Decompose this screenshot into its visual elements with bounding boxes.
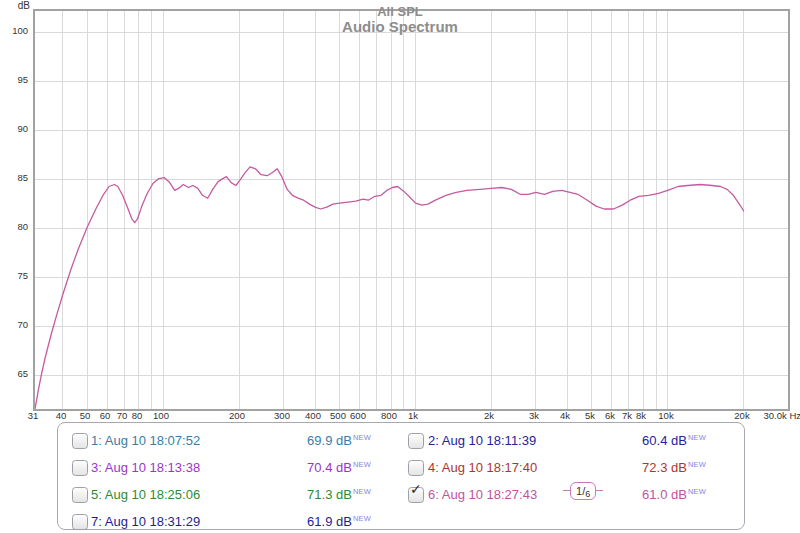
measurement-label: 7: Aug 10 18:31:29 [91, 514, 200, 529]
y-axis-tick-label: 95 [0, 74, 28, 85]
x-axis-tick-label: 60 [100, 410, 111, 421]
new-badge: NEW [688, 487, 706, 496]
measurement-label: 4: Aug 10 18:17:40 [428, 460, 537, 475]
y-axis-tick-label: 90 [0, 123, 28, 134]
spl-curve [35, 167, 744, 409]
x-axis-tick-label: 3k [529, 410, 539, 421]
x-axis-tick-label: 200 [229, 410, 245, 421]
measurement-checkbox[interactable] [72, 514, 88, 530]
measurement-checkbox[interactable] [408, 433, 424, 449]
y-axis-tick-label: 100 [0, 25, 28, 36]
x-axis-tick-label: 70 [117, 410, 128, 421]
spl-chart: dB 10095908580757065 All SPL Audio Spect… [0, 0, 800, 420]
x-axis-tick-label: 400 [305, 410, 321, 421]
x-axis-tick-label: 6k [605, 410, 615, 421]
measurement-label: 6: Aug 10 18:27:43 [428, 487, 537, 502]
x-axis-tick-label: 300 [274, 410, 290, 421]
y-axis-tick-label: 75 [0, 270, 28, 281]
measurement-checkbox[interactable] [408, 460, 424, 476]
measurement-checkbox[interactable]: ✓ [408, 487, 424, 503]
x-axis-tick-label: 20k [734, 410, 749, 421]
new-badge: NEW [353, 514, 371, 523]
x-axis-tick-label: 5k [585, 410, 595, 421]
x-axis-tick-label: 800 [381, 410, 397, 421]
legend-row[interactable]: 7: Aug 10 18:31:2961.9 dBNEW [58, 509, 744, 533]
x-axis-tick-label: 10k [658, 410, 673, 421]
legend-row[interactable]: 4: Aug 10 18:17:4072.3 dBNEW [58, 455, 744, 481]
x-axis-tick-label: 50 [80, 410, 91, 421]
x-axis-tick-label: 80 [132, 410, 143, 421]
measurement-value: 60.4 dBNEW [642, 433, 706, 448]
x-axis-tick-label: 40 [56, 410, 67, 421]
measurement-legend: 1: Aug 10 18:07:5269.9 dBNEW3: Aug 10 18… [57, 422, 745, 530]
y-axis-tick-label: 70 [0, 319, 28, 330]
smoothing-badge[interactable]: 1/6 [563, 481, 603, 500]
x-axis-tick-label: 2k [484, 410, 494, 421]
measurement-value: 61.9 dBNEW [307, 514, 371, 529]
checkmark-icon: ✓ [410, 482, 422, 496]
x-axis-tick-label: 4k [560, 410, 570, 421]
x-axis-tick-label: 30.0k Hz [764, 410, 800, 421]
legend-row[interactable]: ✓6: Aug 10 18:27:431/661.0 dBNEW [58, 482, 744, 508]
measurement-label: 2: Aug 10 18:11:39 [428, 433, 536, 448]
x-axis-tick-label: 100 [153, 410, 169, 421]
x-axis-tick-label: 1k [408, 410, 418, 421]
y-axis-unit-label: dB [0, 0, 30, 11]
plot-area [33, 9, 790, 411]
x-axis-tick-label: 7k [622, 410, 632, 421]
legend-row[interactable]: 2: Aug 10 18:11:3960.4 dBNEW [58, 428, 744, 454]
chart-canvas [35, 11, 788, 409]
new-badge: NEW [688, 460, 706, 469]
badge-right-dash [596, 490, 603, 491]
badge-left-dash [563, 490, 570, 491]
x-axis-tick-label: 31 [28, 410, 39, 421]
measurement-value: 61.0 dBNEW [642, 487, 706, 502]
x-axis-tick-label: 600 [350, 410, 366, 421]
x-axis-tick-label: 500 [330, 410, 346, 421]
x-axis-tick-label: 8k [636, 410, 646, 421]
measurement-value: 72.3 dBNEW [642, 460, 706, 475]
y-axis-tick-label: 80 [0, 221, 28, 232]
y-axis-tick-label: 85 [0, 172, 28, 183]
y-axis-tick-label: 65 [0, 368, 28, 379]
new-badge: NEW [688, 433, 706, 442]
